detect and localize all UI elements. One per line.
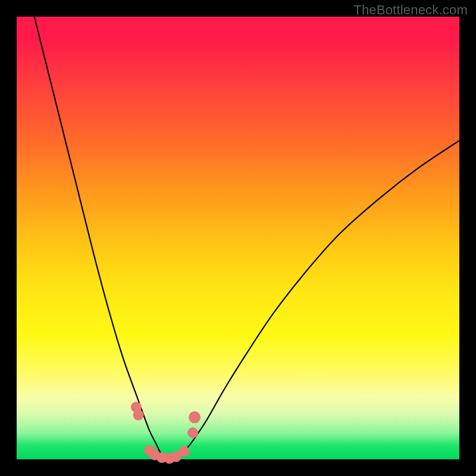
- v-curve: [35, 17, 459, 459]
- data-marker: [187, 427, 198, 438]
- marker-group: [131, 402, 201, 464]
- watermark-text: TheBottleneck.com: [353, 2, 468, 18]
- data-marker: [189, 411, 201, 423]
- data-marker: [178, 446, 189, 457]
- data-marker: [133, 410, 144, 421]
- chart-frame: TheBottleneck.com: [0, 0, 476, 476]
- chart-overlay: [17, 17, 459, 459]
